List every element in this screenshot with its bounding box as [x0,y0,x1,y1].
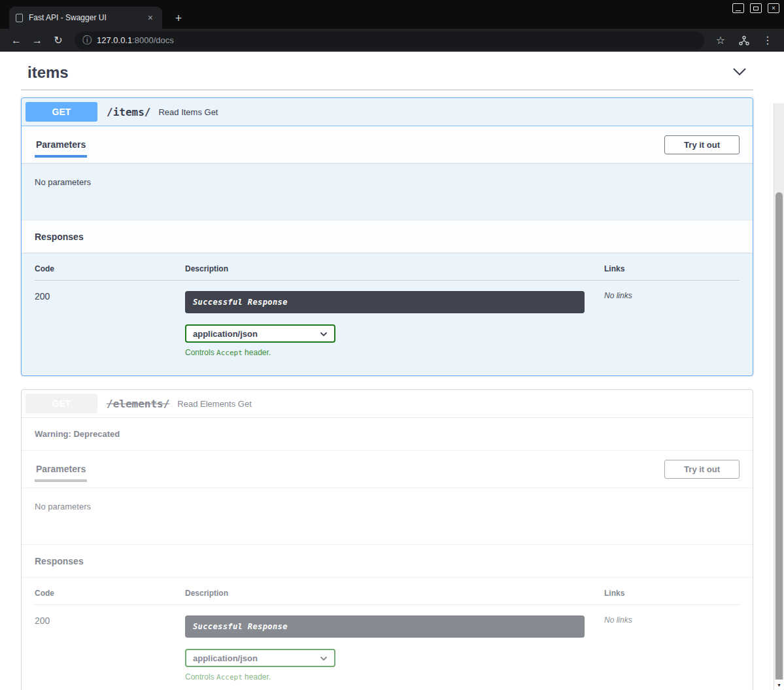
responses-table-header: Code Description Links [35,264,740,281]
toolbar-right-icons: ☆ ⋮ [711,31,777,50]
opblock-get-items: GET /items/ Read Items Get Parameters Tr… [21,97,753,376]
http-method-badge: GET [26,102,97,122]
responses-table-header: Code Description Links [35,589,740,605]
endpoint-path: /items/ [107,106,150,118]
media-type-select[interactable]: application/json [185,324,335,343]
page-icon [16,14,23,22]
reload-icon[interactable]: ↻ [48,31,68,50]
col-links-header: Links [604,589,740,598]
bookmark-star-icon[interactable]: ☆ [711,31,730,50]
forward-icon[interactable]: → [27,31,47,50]
accept-header-hint: Controls Accept header. [185,672,585,681]
response-description-cell: Successful Response application/json Con… [185,615,604,681]
no-parameters-text: No parameters [22,163,753,220]
hint-accept-code: Accept [216,673,243,681]
parameters-tab[interactable]: Parameters [35,131,87,158]
minimize-icon [736,10,741,11]
response-row-200: 200 Successful Response application/json… [35,605,740,681]
browser-tab[interactable]: Fast API - Swagger UI × [9,7,162,29]
hint-accept-code: Accept [216,349,243,357]
tab-title: Fast API - Swagger UI [29,13,145,22]
status-code: 200 [35,615,185,681]
swagger-ui: items GET /items/ Read Items Get Paramet… [21,52,753,690]
hint-text-after: header. [243,672,271,681]
section-chevron-down-icon[interactable] [732,67,747,78]
maximize-icon [753,7,758,10]
opblock-get-elements-deprecated: GET /elements/ Read Elements Get Warning… [21,389,753,690]
links-value: No links [604,291,740,357]
col-code-header: Code [35,264,185,273]
responses-table: Code Description Links 200 Successful Re… [22,252,753,375]
scroll-down-button[interactable]: ▼ [774,680,784,690]
links-value: No links [604,615,740,681]
response-row-200: 200 Successful Response application/json… [35,281,740,357]
scrollbar-thumb[interactable] [775,192,783,690]
address-bar[interactable]: ⓘ 127.0.0.1:8000/docs [75,31,704,50]
endpoint-path: /elements/ [107,398,169,410]
status-code: 200 [35,291,185,357]
window-minimize-button[interactable] [732,3,744,13]
col-description-header: Description [185,589,604,598]
opblock-summary[interactable]: GET /elements/ Read Elements Get [22,390,753,418]
url-text: 127.0.0.1:8000/docs [97,35,174,45]
try-it-out-button[interactable]: Try it out [664,135,740,154]
response-description-box: Successful Response [185,291,585,313]
window-controls: × [732,3,779,13]
window-maximize-button[interactable] [750,3,762,13]
site-info-icon[interactable]: ⓘ [82,35,92,46]
parameters-header: Parameters Try it out [22,126,753,163]
tag-title: items [27,63,69,82]
select-chevron-down-icon [320,329,328,339]
responses-header: Responses [22,220,753,252]
media-type-value: application/json [193,653,258,663]
new-tab-button[interactable]: + [171,12,186,24]
tab-close-icon[interactable]: × [145,12,156,24]
deprecated-warning: Warning: Deprecated [22,418,753,451]
accept-header-hint: Controls Accept header. [185,348,585,357]
no-parameters-text: No parameters [22,487,753,544]
scrollbar[interactable]: ▼ [774,103,784,690]
parameters-tab[interactable]: Parameters [35,456,87,482]
tag-section-items[interactable]: items [21,58,753,90]
hint-text-before: Controls [185,672,216,681]
media-type-select[interactable]: application/json [185,649,335,667]
network-nodes-icon[interactable] [734,31,754,50]
parameters-header: Parameters Try it out [22,451,753,487]
col-description-header: Description [185,264,604,273]
col-links-header: Links [604,264,740,273]
response-description-cell: Successful Response application/json Con… [185,291,604,357]
window-close-button[interactable]: × [768,3,779,13]
http-method-badge: GET [26,394,97,413]
browser-toolbar: ← → ↻ ⓘ 127.0.0.1:8000/docs ☆ ⋮ [0,29,784,52]
url-path: :8000/docs [132,35,174,45]
back-icon[interactable]: ← [7,31,26,50]
select-chevron-down-icon [320,653,328,663]
hint-text-before: Controls [185,348,216,357]
col-code-header: Code [35,589,185,598]
browser-menu-icon[interactable]: ⋮ [758,31,777,50]
media-type-value: application/json [193,329,258,339]
responses-table: Code Description Links 200 Successful Re… [22,577,753,690]
responses-header: Responses [22,544,753,577]
endpoint-summary: Read Items Get [158,107,218,117]
response-description-box: Successful Response [185,615,585,638]
responses-title: Responses [35,232,84,242]
url-host: 127.0.0.1 [97,35,132,45]
try-it-out-button[interactable]: Try it out [664,460,740,479]
opblock-summary[interactable]: GET /items/ Read Items Get [22,98,753,126]
page-content: items GET /items/ Read Items Get Paramet… [0,52,784,690]
hint-text-after: header. [243,348,271,357]
browser-titlebar: Fast API - Swagger UI × + × [0,0,784,29]
responses-title: Responses [35,556,84,566]
endpoint-summary: Read Elements Get [177,399,251,409]
